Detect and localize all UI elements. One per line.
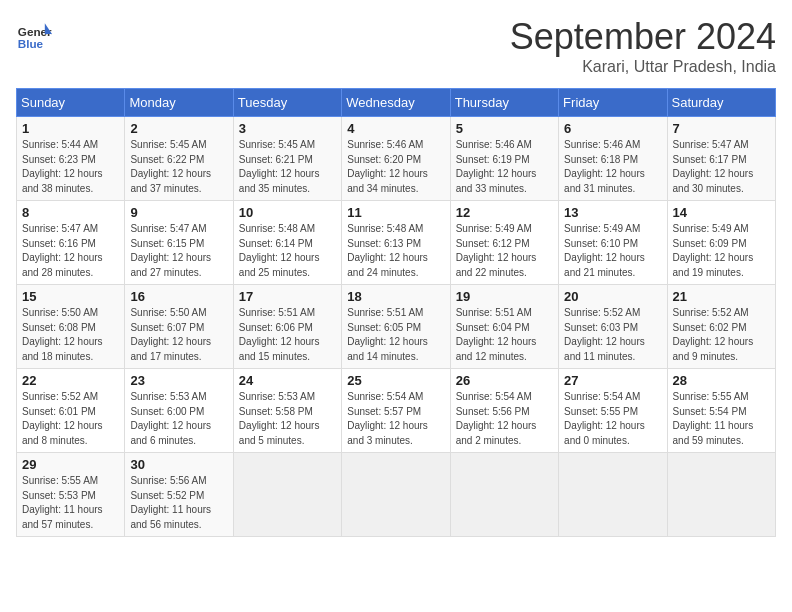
day-number: 23 bbox=[130, 373, 227, 388]
day-number: 7 bbox=[673, 121, 770, 136]
day-number: 14 bbox=[673, 205, 770, 220]
day-info: Sunrise: 5:47 AMSunset: 6:17 PMDaylight:… bbox=[673, 138, 770, 196]
day-number: 4 bbox=[347, 121, 444, 136]
week-row-0: 1Sunrise: 5:44 AMSunset: 6:23 PMDaylight… bbox=[17, 117, 776, 201]
day-info: Sunrise: 5:49 AMSunset: 6:09 PMDaylight:… bbox=[673, 222, 770, 280]
empty-cell bbox=[450, 453, 558, 537]
calendar-day-cell: 26Sunrise: 5:54 AMSunset: 5:56 PMDayligh… bbox=[450, 369, 558, 453]
calendar-day-cell: 20Sunrise: 5:52 AMSunset: 6:03 PMDayligh… bbox=[559, 285, 667, 369]
title-area: September 2024 Karari, Uttar Pradesh, In… bbox=[510, 16, 776, 76]
day-number: 27 bbox=[564, 373, 661, 388]
day-info: Sunrise: 5:55 AMSunset: 5:54 PMDaylight:… bbox=[673, 390, 770, 448]
day-number: 24 bbox=[239, 373, 336, 388]
day-info: Sunrise: 5:54 AMSunset: 5:57 PMDaylight:… bbox=[347, 390, 444, 448]
day-header-saturday: Saturday bbox=[667, 89, 775, 117]
calendar-day-cell: 17Sunrise: 5:51 AMSunset: 6:06 PMDayligh… bbox=[233, 285, 341, 369]
calendar-day-cell: 4Sunrise: 5:46 AMSunset: 6:20 PMDaylight… bbox=[342, 117, 450, 201]
day-number: 25 bbox=[347, 373, 444, 388]
svg-text:Blue: Blue bbox=[18, 37, 44, 50]
day-number: 15 bbox=[22, 289, 119, 304]
day-header-monday: Monday bbox=[125, 89, 233, 117]
day-number: 29 bbox=[22, 457, 119, 472]
calendar-day-cell: 30Sunrise: 5:56 AMSunset: 5:52 PMDayligh… bbox=[125, 453, 233, 537]
day-number: 28 bbox=[673, 373, 770, 388]
day-info: Sunrise: 5:52 AMSunset: 6:02 PMDaylight:… bbox=[673, 306, 770, 364]
week-row-4: 29Sunrise: 5:55 AMSunset: 5:53 PMDayligh… bbox=[17, 453, 776, 537]
calendar-header-row: SundayMondayTuesdayWednesdayThursdayFrid… bbox=[17, 89, 776, 117]
day-info: Sunrise: 5:54 AMSunset: 5:55 PMDaylight:… bbox=[564, 390, 661, 448]
day-info: Sunrise: 5:46 AMSunset: 6:19 PMDaylight:… bbox=[456, 138, 553, 196]
calendar-day-cell: 6Sunrise: 5:46 AMSunset: 6:18 PMDaylight… bbox=[559, 117, 667, 201]
calendar-day-cell: 27Sunrise: 5:54 AMSunset: 5:55 PMDayligh… bbox=[559, 369, 667, 453]
day-info: Sunrise: 5:51 AMSunset: 6:04 PMDaylight:… bbox=[456, 306, 553, 364]
day-info: Sunrise: 5:49 AMSunset: 6:10 PMDaylight:… bbox=[564, 222, 661, 280]
calendar-day-cell: 11Sunrise: 5:48 AMSunset: 6:13 PMDayligh… bbox=[342, 201, 450, 285]
day-info: Sunrise: 5:52 AMSunset: 6:01 PMDaylight:… bbox=[22, 390, 119, 448]
calendar-day-cell: 12Sunrise: 5:49 AMSunset: 6:12 PMDayligh… bbox=[450, 201, 558, 285]
day-number: 6 bbox=[564, 121, 661, 136]
day-number: 5 bbox=[456, 121, 553, 136]
day-number: 2 bbox=[130, 121, 227, 136]
day-info: Sunrise: 5:56 AMSunset: 5:52 PMDaylight:… bbox=[130, 474, 227, 532]
month-title: September 2024 bbox=[510, 16, 776, 58]
week-row-3: 22Sunrise: 5:52 AMSunset: 6:01 PMDayligh… bbox=[17, 369, 776, 453]
location-subtitle: Karari, Uttar Pradesh, India bbox=[510, 58, 776, 76]
page-header: General Blue September 2024 Karari, Utta… bbox=[16, 16, 776, 76]
week-row-1: 8Sunrise: 5:47 AMSunset: 6:16 PMDaylight… bbox=[17, 201, 776, 285]
calendar-day-cell: 22Sunrise: 5:52 AMSunset: 6:01 PMDayligh… bbox=[17, 369, 125, 453]
day-info: Sunrise: 5:53 AMSunset: 5:58 PMDaylight:… bbox=[239, 390, 336, 448]
day-info: Sunrise: 5:49 AMSunset: 6:12 PMDaylight:… bbox=[456, 222, 553, 280]
day-info: Sunrise: 5:46 AMSunset: 6:18 PMDaylight:… bbox=[564, 138, 661, 196]
day-header-sunday: Sunday bbox=[17, 89, 125, 117]
day-info: Sunrise: 5:47 AMSunset: 6:15 PMDaylight:… bbox=[130, 222, 227, 280]
calendar-day-cell: 1Sunrise: 5:44 AMSunset: 6:23 PMDaylight… bbox=[17, 117, 125, 201]
day-info: Sunrise: 5:50 AMSunset: 6:07 PMDaylight:… bbox=[130, 306, 227, 364]
calendar-day-cell: 16Sunrise: 5:50 AMSunset: 6:07 PMDayligh… bbox=[125, 285, 233, 369]
calendar-day-cell: 13Sunrise: 5:49 AMSunset: 6:10 PMDayligh… bbox=[559, 201, 667, 285]
calendar-day-cell: 18Sunrise: 5:51 AMSunset: 6:05 PMDayligh… bbox=[342, 285, 450, 369]
day-info: Sunrise: 5:54 AMSunset: 5:56 PMDaylight:… bbox=[456, 390, 553, 448]
calendar-day-cell: 5Sunrise: 5:46 AMSunset: 6:19 PMDaylight… bbox=[450, 117, 558, 201]
day-info: Sunrise: 5:48 AMSunset: 6:13 PMDaylight:… bbox=[347, 222, 444, 280]
day-number: 16 bbox=[130, 289, 227, 304]
day-header-tuesday: Tuesday bbox=[233, 89, 341, 117]
calendar-day-cell: 19Sunrise: 5:51 AMSunset: 6:04 PMDayligh… bbox=[450, 285, 558, 369]
day-info: Sunrise: 5:48 AMSunset: 6:14 PMDaylight:… bbox=[239, 222, 336, 280]
empty-cell bbox=[667, 453, 775, 537]
empty-cell bbox=[233, 453, 341, 537]
calendar-day-cell: 28Sunrise: 5:55 AMSunset: 5:54 PMDayligh… bbox=[667, 369, 775, 453]
empty-cell bbox=[342, 453, 450, 537]
day-info: Sunrise: 5:47 AMSunset: 6:16 PMDaylight:… bbox=[22, 222, 119, 280]
calendar-day-cell: 24Sunrise: 5:53 AMSunset: 5:58 PMDayligh… bbox=[233, 369, 341, 453]
day-number: 10 bbox=[239, 205, 336, 220]
week-row-2: 15Sunrise: 5:50 AMSunset: 6:08 PMDayligh… bbox=[17, 285, 776, 369]
day-number: 19 bbox=[456, 289, 553, 304]
day-info: Sunrise: 5:50 AMSunset: 6:08 PMDaylight:… bbox=[22, 306, 119, 364]
day-info: Sunrise: 5:44 AMSunset: 6:23 PMDaylight:… bbox=[22, 138, 119, 196]
calendar-day-cell: 15Sunrise: 5:50 AMSunset: 6:08 PMDayligh… bbox=[17, 285, 125, 369]
calendar-day-cell: 21Sunrise: 5:52 AMSunset: 6:02 PMDayligh… bbox=[667, 285, 775, 369]
calendar-table: SundayMondayTuesdayWednesdayThursdayFrid… bbox=[16, 88, 776, 537]
logo: General Blue bbox=[16, 16, 52, 52]
day-number: 18 bbox=[347, 289, 444, 304]
day-info: Sunrise: 5:53 AMSunset: 6:00 PMDaylight:… bbox=[130, 390, 227, 448]
day-header-friday: Friday bbox=[559, 89, 667, 117]
day-number: 26 bbox=[456, 373, 553, 388]
day-number: 21 bbox=[673, 289, 770, 304]
day-info: Sunrise: 5:45 AMSunset: 6:21 PMDaylight:… bbox=[239, 138, 336, 196]
day-number: 9 bbox=[130, 205, 227, 220]
day-number: 12 bbox=[456, 205, 553, 220]
day-number: 30 bbox=[130, 457, 227, 472]
calendar-day-cell: 14Sunrise: 5:49 AMSunset: 6:09 PMDayligh… bbox=[667, 201, 775, 285]
day-info: Sunrise: 5:55 AMSunset: 5:53 PMDaylight:… bbox=[22, 474, 119, 532]
day-info: Sunrise: 5:45 AMSunset: 6:22 PMDaylight:… bbox=[130, 138, 227, 196]
day-info: Sunrise: 5:46 AMSunset: 6:20 PMDaylight:… bbox=[347, 138, 444, 196]
day-number: 11 bbox=[347, 205, 444, 220]
day-info: Sunrise: 5:51 AMSunset: 6:06 PMDaylight:… bbox=[239, 306, 336, 364]
day-number: 13 bbox=[564, 205, 661, 220]
calendar-day-cell: 23Sunrise: 5:53 AMSunset: 6:00 PMDayligh… bbox=[125, 369, 233, 453]
day-header-thursday: Thursday bbox=[450, 89, 558, 117]
calendar-day-cell: 25Sunrise: 5:54 AMSunset: 5:57 PMDayligh… bbox=[342, 369, 450, 453]
calendar-day-cell: 2Sunrise: 5:45 AMSunset: 6:22 PMDaylight… bbox=[125, 117, 233, 201]
calendar-day-cell: 7Sunrise: 5:47 AMSunset: 6:17 PMDaylight… bbox=[667, 117, 775, 201]
